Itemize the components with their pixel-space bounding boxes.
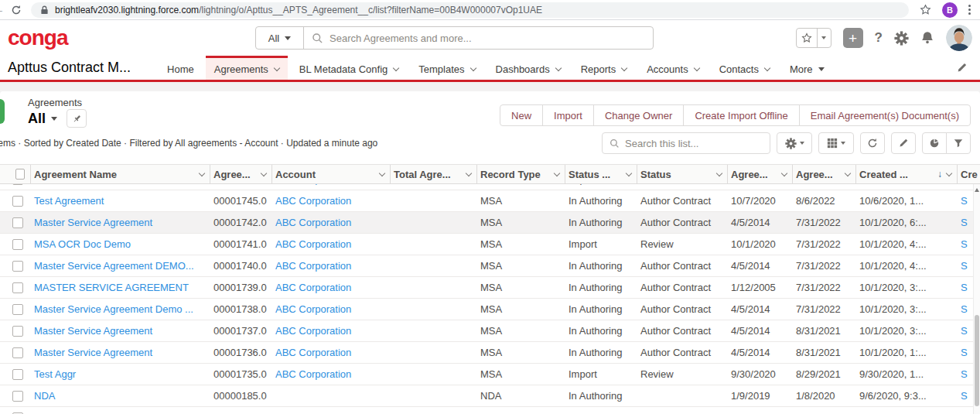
list-view-selector[interactable]: All <box>28 111 46 127</box>
table-row[interactable]: Master Service Agreement00001737.0ABC Co… <box>0 320 980 342</box>
table-row[interactable]: Master Service Agreement00001736.0ABC Co… <box>0 342 980 364</box>
row-checkbox[interactable] <box>12 184 23 185</box>
display-as-button[interactable] <box>818 132 854 154</box>
table-row[interactable]: NDA00000185.0NDAIn Authoring1/9/20191/8/… <box>0 385 980 407</box>
cell-name[interactable]: Test22 <box>34 184 63 185</box>
cell-created_by[interactable]: S <box>961 368 968 380</box>
column-header-account[interactable]: Account <box>272 165 391 183</box>
cell-created_by[interactable]: S <box>961 325 968 337</box>
table-row[interactable]: Test Aggr00001735.0ABC CorporationMSAImp… <box>0 364 980 385</box>
table-row[interactable]: Master Service Agreement Demo ...0000173… <box>0 299 980 320</box>
app-name[interactable]: Apttus Contract M... <box>8 56 131 80</box>
cell-name[interactable]: MASTER SERVICE AGREEMENT <box>34 282 189 293</box>
back-icon[interactable]: ← <box>0 2 5 15</box>
column-header-created_by[interactable]: Cre <box>958 165 980 183</box>
inline-edit-button[interactable] <box>891 132 916 154</box>
bookmark-star-icon[interactable] <box>920 4 931 15</box>
cell-account[interactable]: ABC Corporation <box>275 184 351 185</box>
cell-account[interactable]: ABC Corporation <box>275 195 351 207</box>
cell-name[interactable]: Master Service Agreement <box>34 325 152 337</box>
browser-menu-icon[interactable] <box>967 3 972 16</box>
column-header-status_category[interactable]: Status ... <box>565 165 637 183</box>
cell-name[interactable]: Test Aggr <box>34 368 76 380</box>
cell-created_by[interactable]: S <box>961 260 968 272</box>
cell-created_by[interactable]: S <box>961 195 968 207</box>
cell-created_by[interactable]: S <box>961 390 968 402</box>
cell-account[interactable]: ABC Corporation <box>275 368 351 380</box>
column-header-number[interactable]: Agree... <box>210 165 272 183</box>
tab-home[interactable]: Home <box>159 56 203 80</box>
cell-account[interactable]: ABC Corporation <box>275 325 351 337</box>
table-row[interactable]: Master Service Agreement00001742.0ABC Co… <box>0 212 980 234</box>
favorites-star-icon[interactable] <box>797 29 817 47</box>
cell-account[interactable]: ABC Corporation <box>275 303 351 315</box>
tab-templates[interactable]: Templates <box>410 56 483 80</box>
pin-button[interactable] <box>67 109 87 128</box>
cell-account[interactable]: ABC Corporation <box>275 238 351 250</box>
scrollbar-thumb[interactable] <box>975 315 979 406</box>
row-checkbox[interactable] <box>12 391 23 402</box>
row-checkbox[interactable] <box>12 326 23 337</box>
list-settings-button[interactable] <box>777 132 812 154</box>
select-all-checkbox[interactable] <box>15 169 25 180</box>
column-header-end_date[interactable]: Agree... <box>793 165 856 183</box>
column-header-total[interactable]: Total Agre... <box>391 165 477 183</box>
cell-name[interactable]: MSA OCR Doc Demo <box>34 238 131 250</box>
row-checkbox[interactable] <box>12 239 23 250</box>
cell-name[interactable]: Master Service Agreement <box>34 217 152 228</box>
cell-account[interactable]: ABC Corporation <box>275 282 351 293</box>
column-header-name[interactable]: Agreement Name <box>31 165 210 183</box>
favorites-caret-icon[interactable] <box>817 29 831 47</box>
setup-gear-icon[interactable] <box>894 31 909 46</box>
row-checkbox[interactable] <box>12 261 23 272</box>
table-row[interactable]: MASTER SERVICE AGREEMENT00001739.0ABC Co… <box>0 277 980 299</box>
cell-name[interactable]: NDA <box>34 390 55 402</box>
address-bar[interactable]: brightleafv2030.lightning.force.com/ligh… <box>31 2 909 18</box>
cell-name[interactable]: Master Service Agreement Demo ... <box>34 303 193 315</box>
search-scope-selector[interactable]: All <box>256 27 304 49</box>
row-checkbox[interactable] <box>12 304 23 315</box>
column-header-created_date[interactable]: Created ...↓ <box>856 165 958 183</box>
tab-contacts[interactable]: Contacts <box>711 56 778 80</box>
scroll-up-arrow-icon[interactable] <box>975 188 979 192</box>
cell-created_by[interactable]: S <box>961 217 968 228</box>
vertical-scrollbar[interactable] <box>973 184 980 414</box>
cell-created_by[interactable]: S <box>961 184 968 185</box>
user-avatar[interactable] <box>946 25 972 51</box>
cell-created_by[interactable]: S <box>961 347 968 358</box>
column-header-record_type[interactable]: Record Type <box>477 165 565 183</box>
cell-created_by[interactable]: S <box>961 303 968 315</box>
refresh-list-button[interactable] <box>860 132 885 154</box>
list-search-input[interactable] <box>625 138 763 149</box>
add-icon[interactable]: + <box>843 28 863 48</box>
row-checkbox[interactable] <box>12 282 23 293</box>
tab-bl-metadata-config[interactable]: BL Metadata Config <box>291 56 407 80</box>
column-header-start_date[interactable]: Agree... <box>728 165 793 183</box>
row-checkbox[interactable] <box>12 347 23 358</box>
cell-account[interactable]: ABC Corporation <box>275 347 351 358</box>
action-button-email-agreement-s-document-s[interactable]: Email Agreement(s) Document(s) <box>799 104 971 126</box>
action-button-import[interactable]: Import <box>542 104 594 126</box>
table-row[interactable]: Test Agreement00001745.0ABC CorporationM… <box>0 190 980 212</box>
action-button-create-import-offline[interactable]: Create Import Offline <box>683 104 799 126</box>
cell-account[interactable]: ABC Corporation <box>275 217 351 228</box>
row-checkbox[interactable] <box>12 369 23 380</box>
cell-name[interactable]: Master Service Agreement DEMO... <box>34 260 194 272</box>
tab-agreements[interactable]: Agreements <box>206 56 288 80</box>
cell-created_by[interactable]: S <box>961 282 968 293</box>
table-row[interactable]: MSA OCR Doc Demo00001741.0ABC Corporatio… <box>0 234 980 255</box>
table-row[interactable]: Test2200001747.0ABC CorporationMSAImport… <box>0 184 980 190</box>
tab-more[interactable]: More <box>781 56 833 80</box>
help-icon[interactable]: ? <box>875 30 883 46</box>
row-checkbox[interactable] <box>12 196 23 207</box>
tab-accounts[interactable]: Accounts <box>638 56 707 80</box>
table-row[interactable]: MSA ABC Subscription Agrmt d...00001912.… <box>0 407 980 414</box>
action-button-change-owner[interactable]: Change Owner <box>593 104 684 126</box>
tab-dashboards[interactable]: Dashboards <box>487 56 569 80</box>
filters-button[interactable] <box>946 132 971 154</box>
global-search-input[interactable] <box>330 33 645 44</box>
cell-name[interactable]: Master Service Agreement <box>34 347 152 358</box>
charts-button[interactable] <box>922 132 947 154</box>
tab-reports[interactable]: Reports <box>572 56 636 80</box>
cell-account[interactable]: ABC Corporation <box>275 260 351 272</box>
